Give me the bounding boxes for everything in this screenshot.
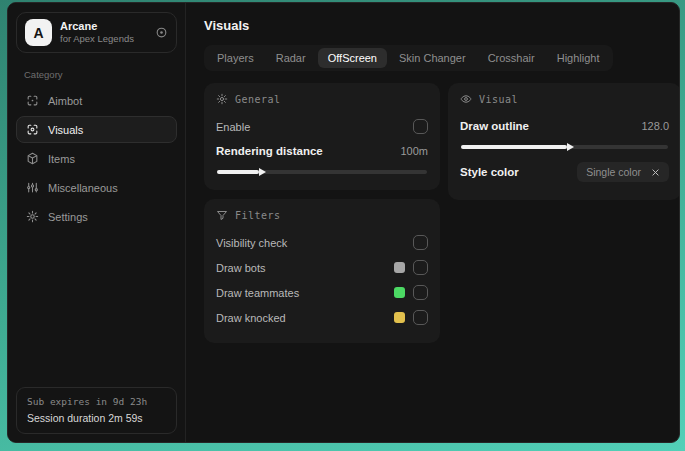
enable-row: Enable	[216, 114, 428, 139]
visibility-check-row: Visibility check	[216, 230, 428, 255]
sidebar-item-label: Items	[48, 153, 75, 165]
panel-filters: Filters Visibility check Draw bots	[204, 199, 440, 343]
panel-visual-title: Visual	[479, 94, 518, 105]
tab-highlight[interactable]: Highlight	[547, 48, 610, 68]
draw-teammates-row: Draw teammates	[216, 280, 428, 305]
sidebar-item-miscellaneous[interactable]: Miscellaneous	[16, 174, 177, 201]
draw-outline-row: Draw outline 128.0	[460, 114, 669, 138]
crosshair-scan-icon	[26, 94, 39, 107]
sidebar-item-label: Aimbot	[48, 95, 82, 107]
rendering-distance-slider[interactable]	[217, 170, 427, 174]
equalizer-icon	[26, 181, 39, 194]
rendering-distance-value: 100m	[400, 145, 428, 157]
page-title: Visuals	[204, 18, 680, 33]
subscription-status: Sub expires in 9d 23h Session duration 2…	[16, 387, 177, 434]
panel-filters-title: Filters	[235, 210, 281, 221]
visibility-check-label: Visibility check	[216, 237, 287, 249]
style-color-label: Style color	[460, 166, 519, 178]
gear-icon	[26, 210, 39, 223]
target-icon[interactable]	[155, 26, 168, 39]
draw-teammates-checkbox[interactable]	[413, 285, 428, 300]
close-icon[interactable]	[651, 168, 660, 177]
tab-offscreen[interactable]: OffScreen	[318, 48, 387, 68]
tab-players[interactable]: Players	[207, 48, 264, 68]
visibility-check-checkbox[interactable]	[413, 235, 428, 250]
panel-general: General Enable Rendering distance 100m	[204, 83, 440, 190]
panel-visual: Visual Draw outline 128.0 Style color Si…	[448, 83, 680, 200]
app-window: A Arcane for Apex Legends Category	[7, 2, 680, 443]
enable-checkbox[interactable]	[413, 119, 428, 134]
slider-fill	[461, 145, 567, 149]
sidebar-item-label: Settings	[48, 211, 88, 223]
enable-label: Enable	[216, 121, 250, 133]
eye-icon	[460, 93, 472, 105]
draw-bots-color-swatch[interactable]	[394, 262, 405, 273]
tab-skin-changer[interactable]: Skin Changer	[389, 48, 476, 68]
sidebar-item-visuals[interactable]: Visuals	[16, 116, 177, 143]
draw-outline-slider[interactable]	[461, 145, 668, 149]
draw-outline-value: 128.0	[641, 120, 669, 132]
style-color-row: Style color Single color	[460, 157, 669, 187]
app-header: A Arcane for Apex Legends	[16, 12, 177, 53]
main-content: Visuals Players Radar OffScreen Skin Cha…	[186, 3, 680, 442]
draw-teammates-color-swatch[interactable]	[394, 287, 405, 298]
draw-knocked-label: Draw knocked	[216, 312, 286, 324]
visuals-tabbar: Players Radar OffScreen Skin Changer Cro…	[204, 45, 613, 71]
panel-general-title: General	[235, 94, 281, 105]
sidebar-item-settings[interactable]: Settings	[16, 203, 177, 230]
rendering-distance-row: Rendering distance 100m	[216, 139, 428, 163]
sub-expires-text: Sub expires in 9d 23h	[27, 395, 166, 410]
draw-knocked-checkbox[interactable]	[413, 310, 428, 325]
app-logo: A	[25, 19, 52, 46]
app-subtitle: for Apex Legends	[60, 33, 147, 45]
style-color-dropdown[interactable]: Single color	[577, 162, 669, 182]
draw-knocked-row: Draw knocked	[216, 305, 428, 330]
draw-knocked-color-swatch[interactable]	[394, 312, 405, 323]
tab-crosshair[interactable]: Crosshair	[478, 48, 545, 68]
draw-teammates-label: Draw teammates	[216, 287, 299, 299]
sidebar-item-label: Miscellaneous	[48, 182, 118, 194]
draw-bots-label: Draw bots	[216, 262, 266, 274]
sidebar: A Arcane for Apex Legends Category	[8, 3, 186, 442]
draw-outline-label: Draw outline	[460, 120, 529, 132]
app-meta: Arcane for Apex Legends	[60, 20, 147, 46]
funnel-icon	[216, 209, 228, 221]
tab-radar[interactable]: Radar	[266, 48, 316, 68]
cube-icon	[26, 152, 39, 165]
draw-bots-row: Draw bots	[216, 255, 428, 280]
sun-gear-icon	[216, 93, 228, 105]
sidebar-item-label: Visuals	[48, 124, 83, 136]
session-duration-text: Session duration 2m 59s	[27, 410, 166, 426]
sidebar-item-items[interactable]: Items	[16, 145, 177, 172]
draw-bots-checkbox[interactable]	[413, 260, 428, 275]
eye-scan-icon	[26, 123, 39, 136]
content-grid: General Enable Rendering distance 100m	[204, 83, 680, 343]
rendering-distance-label: Rendering distance	[216, 145, 323, 157]
sidebar-nav: Aimbot Visuals	[16, 87, 177, 230]
style-color-value: Single color	[586, 166, 641, 178]
sidebar-item-aimbot[interactable]: Aimbot	[16, 87, 177, 114]
app-name: Arcane	[60, 20, 147, 34]
category-label: Category	[24, 69, 169, 80]
slider-fill	[217, 170, 259, 174]
